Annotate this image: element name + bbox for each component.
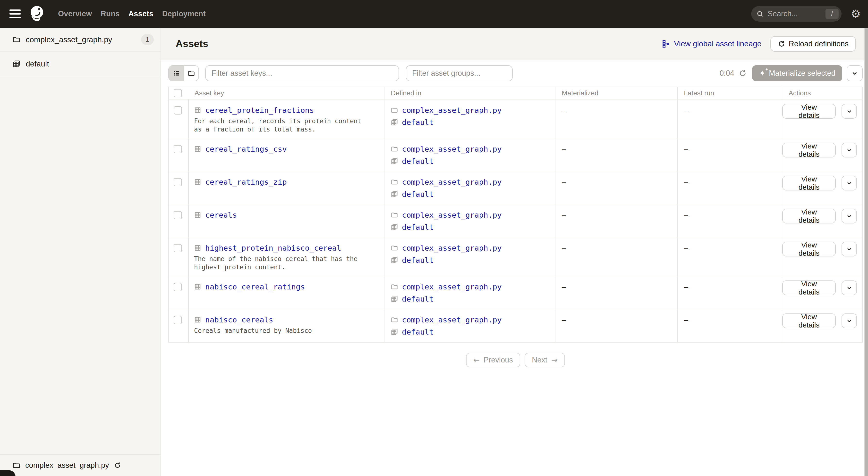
actions-cell: View details <box>782 138 862 171</box>
materialized-cell: – <box>555 309 677 342</box>
nav-item-runs[interactable]: Runs <box>100 9 120 18</box>
table-row: cereal_ratings_zip complex_asset_graph.p… <box>169 171 862 204</box>
refresh-icon[interactable] <box>739 69 747 77</box>
view-details-button[interactable]: View details <box>782 176 836 191</box>
row-options-caret-button[interactable] <box>841 143 857 158</box>
table-row: cereals complex_asset_graph.py <box>169 204 862 237</box>
row-options-caret-button[interactable] <box>841 209 857 224</box>
sidebar-footer-code-location[interactable]: complex_asset_graph.py <box>0 454 160 476</box>
row-select-cell <box>169 99 188 138</box>
row-select-cell <box>169 171 188 204</box>
materialized-cell: – <box>555 99 677 138</box>
chevron-down-icon <box>846 317 853 325</box>
code-location-link[interactable]: complex_asset_graph.py <box>402 178 502 186</box>
asset-key-link[interactable]: cereal_protein_fractions <box>205 106 314 114</box>
row-options-caret-button[interactable] <box>841 104 857 118</box>
asset-group-icon <box>391 191 398 198</box>
filter-asset-keys-input[interactable] <box>205 65 399 81</box>
asset-table-icon <box>194 316 202 324</box>
defined-in-cell: complex_asset_graph.py default <box>384 171 555 204</box>
asset-key-link[interactable]: nabisco_cereals <box>205 315 273 324</box>
row-options-caret-button[interactable] <box>841 176 857 191</box>
folder-icon <box>391 316 398 324</box>
table-row: cereal_protein_fractions For each cereal… <box>169 99 862 138</box>
latest-run-cell: – <box>677 204 782 237</box>
code-location-link[interactable]: complex_asset_graph.py <box>402 282 502 291</box>
dagster-logo[interactable] <box>27 4 47 24</box>
global-search[interactable]: Search... / <box>751 6 841 22</box>
code-location-link[interactable]: complex_asset_graph.py <box>402 145 502 153</box>
row-options-caret-button[interactable] <box>841 313 857 328</box>
view-details-button[interactable]: View details <box>782 280 836 295</box>
view-details-button[interactable]: View details <box>782 209 836 224</box>
asset-group-link[interactable]: default <box>402 256 434 265</box>
asset-key-link[interactable]: cereal_ratings_zip <box>205 178 287 186</box>
code-location-link[interactable]: complex_asset_graph.py <box>402 315 502 324</box>
reload-location-icon[interactable] <box>114 462 121 469</box>
sidebar-item-label: complex_asset_graph.py <box>26 35 112 44</box>
sidebar: complex_asset_graph.py1default complex_a… <box>0 28 161 476</box>
view-details-button[interactable]: View details <box>782 313 836 328</box>
folder-icon <box>391 244 398 251</box>
view-details-button[interactable]: View details <box>782 104 836 118</box>
asset-description: Cereals manufactured by Nabisco <box>194 327 364 335</box>
asset-table-icon <box>194 178 202 185</box>
code-location-link[interactable]: complex_asset_graph.py <box>402 211 502 219</box>
row-checkbox[interactable] <box>174 106 182 114</box>
materialized-cell: – <box>555 276 677 309</box>
actions-cell: View details <box>782 99 862 138</box>
code-location-link[interactable]: complex_asset_graph.py <box>402 244 502 252</box>
asset-key-link[interactable]: cereals <box>205 211 237 219</box>
row-options-caret-button[interactable] <box>841 280 857 295</box>
list-view-button[interactable] <box>169 66 184 81</box>
asset-group-link[interactable]: default <box>402 190 434 199</box>
asset-key-link[interactable]: cereal_ratings_csv <box>205 145 287 153</box>
asset-key-link[interactable]: highest_protein_nabisco_cereal <box>205 244 341 252</box>
asset-group-link[interactable]: default <box>402 223 434 232</box>
sidebar-item-default[interactable]: default <box>0 52 160 76</box>
row-select-cell <box>169 237 188 276</box>
view-details-button[interactable]: View details <box>782 242 836 257</box>
row-options-caret-button[interactable] <box>841 242 857 257</box>
scrollbar[interactable] <box>864 28 868 476</box>
settings-gear-icon[interactable]: ⚙ <box>851 8 861 20</box>
folder-view-button[interactable] <box>184 66 198 81</box>
sidebar-item-complex-asset-graph-py[interactable]: complex_asset_graph.py1 <box>0 28 160 52</box>
row-checkbox[interactable] <box>174 211 182 219</box>
reload-definitions-button[interactable]: Reload definitions <box>770 36 856 52</box>
hamburger-menu-icon[interactable] <box>9 9 21 18</box>
row-checkbox[interactable] <box>174 178 182 186</box>
row-checkbox[interactable] <box>174 316 182 324</box>
asset-group-link[interactable]: default <box>402 118 434 127</box>
nav-item-deployment[interactable]: Deployment <box>162 9 206 18</box>
row-checkbox[interactable] <box>174 145 182 153</box>
asset-group-link[interactable]: default <box>402 328 434 336</box>
nav-item-overview[interactable]: Overview <box>58 9 92 18</box>
arrow-right-icon: → <box>551 356 558 364</box>
select-all-checkbox[interactable] <box>174 89 182 97</box>
asset-key-link[interactable]: nabisco_cereal_ratings <box>205 282 305 291</box>
code-location-link[interactable]: complex_asset_graph.py <box>402 106 502 114</box>
defined-in-cell: complex_asset_graph.py default <box>384 138 555 171</box>
row-checkbox[interactable] <box>174 283 182 291</box>
pagination: ← Previous Next → <box>168 353 863 367</box>
asset-group-link[interactable]: default <box>402 295 434 303</box>
view-global-asset-lineage-link[interactable]: View global asset lineage <box>662 39 762 48</box>
filter-asset-groups-input[interactable] <box>406 65 513 81</box>
assets-table: Asset keyDefined inMaterializedLatest ru… <box>168 87 863 343</box>
asset-key-cell: cereal_ratings_zip <box>188 171 384 204</box>
next-page-button[interactable]: Next → <box>525 353 565 367</box>
folder-view-icon <box>188 70 195 77</box>
folder-icon <box>12 36 21 43</box>
asset-group-icon <box>12 60 21 68</box>
table-row: nabisco_cereals Cereals manufactured by … <box>169 309 862 342</box>
asset-description: For each cereal, records its protein con… <box>194 117 364 133</box>
view-details-button[interactable]: View details <box>782 143 836 158</box>
nav-item-assets[interactable]: Assets <box>128 9 154 18</box>
asset-group-link[interactable]: default <box>402 157 434 166</box>
materialize-options-caret-button[interactable] <box>847 65 863 81</box>
materialize-selected-button[interactable]: ✦✦ Materialize selected <box>752 65 842 81</box>
row-checkbox[interactable] <box>174 244 182 252</box>
previous-page-button[interactable]: ← Previous <box>466 353 520 367</box>
column-header-actions: Actions <box>782 87 862 99</box>
